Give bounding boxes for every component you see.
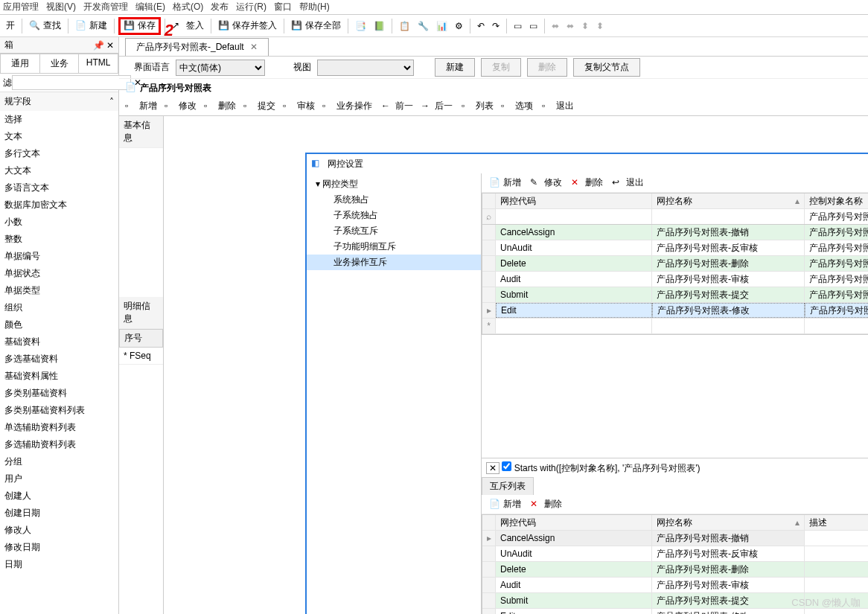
- filter-obj[interactable]: 产品序列号对照表: [805, 209, 868, 224]
- field-item[interactable]: 多类别基础资料列表: [0, 402, 118, 419]
- menu-item[interactable]: 开发商管理: [83, 1, 128, 13]
- toolbox-tab[interactable]: 通用: [0, 54, 40, 73]
- tree-item[interactable]: 业务操作互斥: [307, 255, 481, 270]
- field-item[interactable]: 分组: [0, 453, 118, 470]
- tab-close-icon[interactable]: ✕: [250, 42, 258, 52]
- view-select[interactable]: [317, 60, 414, 76]
- tool-icon[interactable]: 🔧: [415, 17, 432, 35]
- doc-tool-后一[interactable]: →后一: [418, 97, 456, 115]
- doc-tool-删除[interactable]: ▫删除: [201, 97, 239, 115]
- filter-name[interactable]: [652, 209, 805, 224]
- field-item[interactable]: 单据状态: [0, 265, 118, 282]
- field-item[interactable]: 创建日期: [0, 505, 118, 522]
- new-button[interactable]: 新建: [435, 58, 475, 77]
- doc-tool-前一[interactable]: ←前一: [378, 97, 416, 115]
- field-item[interactable]: 多语言文本: [0, 179, 118, 196]
- doc-tool-选项[interactable]: ▫选项: [498, 97, 536, 115]
- save-button[interactable]: 💾保存 2: [118, 17, 161, 35]
- toolbox-tab[interactable]: HTML: [79, 54, 118, 73]
- tab-basic[interactable]: 基本信息: [119, 116, 163, 148]
- field-item[interactable]: 单据类型: [0, 282, 118, 299]
- dlg-new-button[interactable]: 📄新增: [486, 174, 524, 192]
- section-header[interactable]: 规字段˄: [0, 92, 118, 111]
- menu-item[interactable]: 发布: [211, 1, 229, 13]
- field-item[interactable]: 多选辅助资料列表: [0, 436, 118, 453]
- table-row[interactable]: Edit产品序列号对照表-修改: [482, 609, 868, 614]
- col-code[interactable]: 网控代码: [496, 194, 652, 208]
- dlg-exit-button[interactable]: ↩退出: [609, 174, 647, 192]
- close-icon[interactable]: ✕: [106, 40, 114, 51]
- col-obj[interactable]: 控制对象名称▾: [805, 194, 868, 208]
- align-icon[interactable]: ⬌: [549, 17, 562, 35]
- tree-item[interactable]: 系统独占: [307, 192, 481, 208]
- redo-icon[interactable]: ↷: [489, 17, 502, 35]
- doc-tool-提交[interactable]: ▫提交: [240, 97, 278, 115]
- doc-tool-新增[interactable]: ▫新增: [122, 97, 160, 115]
- col-name[interactable]: 网控名称▴: [652, 515, 805, 530]
- field-item[interactable]: 单据编号: [0, 248, 118, 265]
- col-name[interactable]: 网控名称▴: [652, 194, 805, 208]
- align-icon[interactable]: ⬍: [578, 17, 592, 35]
- col-code[interactable]: 网控代码: [496, 515, 652, 530]
- field-item[interactable]: 修改人: [0, 522, 118, 539]
- field-item[interactable]: 选择: [0, 111, 118, 128]
- table-row[interactable]: ▸CancelAssign产品序列号对照表-撤销: [482, 531, 868, 546]
- menu-item[interactable]: 应用管理: [3, 1, 39, 13]
- clear-filter-icon[interactable]: ✕: [486, 462, 500, 474]
- field-item[interactable]: 多行文本: [0, 145, 118, 162]
- field-item[interactable]: 用户: [0, 470, 118, 487]
- doc-tool-修改[interactable]: ▫修改: [162, 97, 200, 115]
- save-checkin-button[interactable]: 💾保存并签入: [215, 17, 280, 35]
- sign-button[interactable]: ↗签入: [169, 17, 207, 35]
- dlg-delete-button[interactable]: ✕删除: [568, 174, 606, 192]
- field-item[interactable]: 小数: [0, 214, 118, 231]
- table-row[interactable]: UnAudit产品序列号对照表-反审核产品序列号对照表: [482, 240, 868, 256]
- find-button[interactable]: 🔍查找: [26, 17, 64, 35]
- copy-parent-button[interactable]: 复制父节点: [573, 58, 640, 77]
- table-row[interactable]: ▸Edit产品序列号对照表-修改产品序列号对照表: [482, 303, 868, 319]
- doc-tool-列表[interactable]: ▫列表: [459, 97, 497, 115]
- lang-select[interactable]: 中文(简体): [176, 60, 265, 76]
- field-item[interactable]: 多选基础资料: [0, 351, 118, 368]
- table-row[interactable]: UnAudit产品序列号对照表-反审核: [482, 546, 868, 562]
- align-icon[interactable]: ⬍: [593, 17, 607, 35]
- filter-icon[interactable]: ⌕: [482, 209, 496, 224]
- field-item[interactable]: 文本: [0, 128, 118, 145]
- tree-item[interactable]: 子系统独占: [307, 208, 481, 223]
- field-item[interactable]: 整数: [0, 231, 118, 248]
- undo-icon[interactable]: ↶: [474, 17, 488, 35]
- table-row[interactable]: Submit产品序列号对照表-提交产品序列号对照表: [482, 287, 868, 303]
- tree-root[interactable]: ▾ 网控类型: [307, 176, 481, 192]
- tool-icon[interactable]: 📑: [352, 17, 369, 35]
- tool-icon[interactable]: ▭: [511, 17, 525, 35]
- doc-tool-业务操作[interactable]: ▫业务操作: [319, 97, 375, 115]
- tree-item[interactable]: 子功能明细互斥: [307, 239, 481, 255]
- align-icon[interactable]: ⬌: [564, 17, 577, 35]
- col-desc[interactable]: 描述: [805, 515, 868, 530]
- field-item[interactable]: 日期: [0, 556, 118, 573]
- table-row[interactable]: Audit产品序列号对照表-审核: [482, 578, 868, 593]
- field-item[interactable]: 基础资料: [0, 333, 118, 351]
- menu-item[interactable]: 视图(V): [46, 1, 76, 13]
- filter-code[interactable]: [496, 209, 652, 224]
- filter-checkbox[interactable]: [502, 461, 511, 471]
- table-row[interactable]: Audit产品序列号对照表-审核产品序列号对照表: [482, 272, 868, 287]
- menu-item[interactable]: 运行(R): [236, 1, 267, 13]
- tree-item[interactable]: 子系统互斥: [307, 223, 481, 239]
- tool-icon[interactable]: ▭: [526, 17, 540, 35]
- menu-item[interactable]: 帮助(H): [299, 1, 330, 13]
- dlg-edit-button[interactable]: ✎修改: [527, 174, 565, 192]
- field-item[interactable]: 单选辅助资料列表: [0, 419, 118, 436]
- tool-icon[interactable]: 📗: [371, 17, 388, 35]
- field-item[interactable]: 创建人: [0, 487, 118, 505]
- table-row[interactable]: Delete产品序列号对照表-删除: [482, 562, 868, 578]
- sub-new-button[interactable]: 📄新增: [486, 496, 524, 514]
- field-item[interactable]: 颜色: [0, 316, 118, 333]
- doc-tab[interactable]: 产品序列号对照表-_Default✕: [125, 38, 269, 56]
- field-item[interactable]: 修改日期: [0, 539, 118, 556]
- toolbox-tab[interactable]: 业务: [40, 54, 80, 73]
- tool-icon[interactable]: ⚙: [452, 17, 466, 35]
- menu-item[interactable]: 窗口: [274, 1, 292, 13]
- new-button[interactable]: 📄新建: [72, 17, 110, 35]
- field-item[interactable]: 大文本: [0, 162, 118, 179]
